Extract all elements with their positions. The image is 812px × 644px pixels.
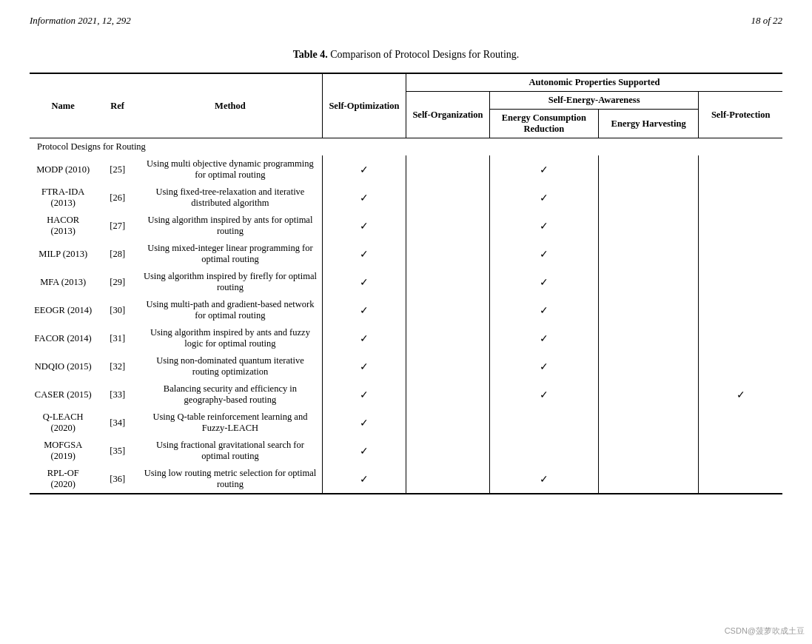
row-name: RPL-OF (2020) xyxy=(30,465,96,494)
row-self-org xyxy=(406,296,489,324)
checkmark-self-opt: ✓ xyxy=(360,192,369,204)
comparison-table: Name Ref Method Self-Optimization Autono… xyxy=(30,73,782,494)
row-self-opt: ✓ xyxy=(322,240,406,268)
row-self-org xyxy=(406,184,489,212)
checkmark-self-opt: ✓ xyxy=(360,305,369,316)
col-header-method: Method xyxy=(138,73,323,138)
checkmark-ecr: ✓ xyxy=(540,192,548,204)
row-method: Using fixed-tree-relaxation and iterativ… xyxy=(138,184,323,212)
checkmark-ecr: ✓ xyxy=(540,164,548,175)
row-eh xyxy=(598,184,699,212)
row-self-prot xyxy=(699,212,782,240)
row-eh xyxy=(598,268,699,296)
row-name: EEOGR (2014) xyxy=(30,296,96,324)
row-ref: [31] xyxy=(96,324,138,352)
checkmark-ecr: ✓ xyxy=(540,389,548,400)
row-self-prot xyxy=(699,184,782,212)
row-ecr: ✓ xyxy=(489,296,598,324)
row-ref: [36] xyxy=(96,465,138,494)
row-method: Using multi objective dynamic programmin… xyxy=(138,155,323,184)
row-self-opt: ✓ xyxy=(322,352,406,380)
row-self-org xyxy=(406,465,489,494)
row-eh xyxy=(598,212,699,240)
row-ecr: ✓ xyxy=(489,240,598,268)
journal-info: Information 2021, 12, 292 xyxy=(30,15,131,27)
row-self-opt: ✓ xyxy=(322,409,406,437)
row-eh xyxy=(598,296,699,324)
row-self-opt: ✓ xyxy=(322,380,406,409)
row-self-prot: ✓ xyxy=(699,380,782,409)
checkmark-self-opt: ✓ xyxy=(360,361,369,372)
table-title: Table 4. Comparison of Protocol Designs … xyxy=(30,49,782,61)
row-name: FTRA-IDA (2013) xyxy=(30,184,96,212)
row-ecr: ✓ xyxy=(489,184,598,212)
row-name: MODP (2010) xyxy=(30,155,96,184)
col-header-self-org: Self-Organization xyxy=(406,92,489,138)
checkmark-ecr: ✓ xyxy=(540,305,548,316)
row-self-org xyxy=(406,212,489,240)
row-ref: [30] xyxy=(96,296,138,324)
col-header-self-opt: Self-Optimization xyxy=(322,73,406,138)
row-ref: [28] xyxy=(96,240,138,268)
row-method: Using multi-path and gradient-based netw… xyxy=(138,296,323,324)
row-ref: [26] xyxy=(96,184,138,212)
row-method: Using fractional gravitational search fo… xyxy=(138,437,323,465)
row-ecr: ✓ xyxy=(489,268,598,296)
row-eh xyxy=(598,324,699,352)
row-self-org xyxy=(406,380,489,409)
row-self-org xyxy=(406,240,489,268)
row-self-opt: ✓ xyxy=(322,296,406,324)
row-eh xyxy=(598,240,699,268)
row-name: CASER (2015) xyxy=(30,380,96,409)
row-self-org xyxy=(406,352,489,380)
row-name: FACOR (2014) xyxy=(30,324,96,352)
row-ref: [32] xyxy=(96,352,138,380)
checkmark-self-opt: ✓ xyxy=(360,417,369,429)
row-ecr: ✓ xyxy=(489,155,598,184)
page-number: 18 of 22 xyxy=(751,15,782,27)
checkmark-self-opt: ✓ xyxy=(360,221,369,232)
row-self-opt: ✓ xyxy=(322,184,406,212)
row-name: MOFGSA (2019) xyxy=(30,437,96,465)
row-self-opt: ✓ xyxy=(322,437,406,465)
row-self-org xyxy=(406,268,489,296)
row-ecr: ✓ xyxy=(489,212,598,240)
row-ref: [27] xyxy=(96,212,138,240)
row-self-prot xyxy=(699,296,782,324)
checkmark-ecr: ✓ xyxy=(540,333,548,344)
row-ecr: ✓ xyxy=(489,352,598,380)
row-self-org xyxy=(406,155,489,184)
col-header-eh: Energy Harvesting xyxy=(598,110,699,138)
row-name: NDQIO (2015) xyxy=(30,352,96,380)
row-self-org xyxy=(406,409,489,437)
row-eh xyxy=(598,465,699,494)
checkmark-ecr: ✓ xyxy=(540,474,548,485)
checkmark-self-prot: ✓ xyxy=(736,389,745,400)
checkmark-self-opt: ✓ xyxy=(360,446,369,457)
row-eh xyxy=(598,155,699,184)
col-header-autonomic: Autonomic Properties Supported xyxy=(406,73,782,92)
checkmark-self-opt: ✓ xyxy=(360,333,369,344)
checkmark-self-opt: ✓ xyxy=(360,249,369,260)
checkmark-self-opt: ✓ xyxy=(360,389,369,400)
checkmark-self-opt: ✓ xyxy=(360,474,369,485)
row-ref: [34] xyxy=(96,409,138,437)
row-self-opt: ✓ xyxy=(322,155,406,184)
row-ref: [35] xyxy=(96,437,138,465)
row-method: Using mixed-integer linear programming f… xyxy=(138,240,323,268)
row-method: Using algorithm inspired by firefly for … xyxy=(138,268,323,296)
col-header-ecr: Energy Consumption Reduction xyxy=(489,110,598,138)
row-method: Using algorithm inspired by ants for opt… xyxy=(138,212,323,240)
row-self-prot xyxy=(699,437,782,465)
row-self-prot xyxy=(699,409,782,437)
row-self-prot xyxy=(699,352,782,380)
row-ref: [25] xyxy=(96,155,138,184)
row-name: HACOR (2013) xyxy=(30,212,96,240)
group-label: Protocol Designs for Routing xyxy=(30,138,782,156)
row-ref: [33] xyxy=(96,380,138,409)
row-name: MFA (2013) xyxy=(30,268,96,296)
row-name: MILP (2013) xyxy=(30,240,96,268)
row-eh xyxy=(598,437,699,465)
checkmark-self-opt: ✓ xyxy=(360,164,369,175)
row-self-prot xyxy=(699,268,782,296)
